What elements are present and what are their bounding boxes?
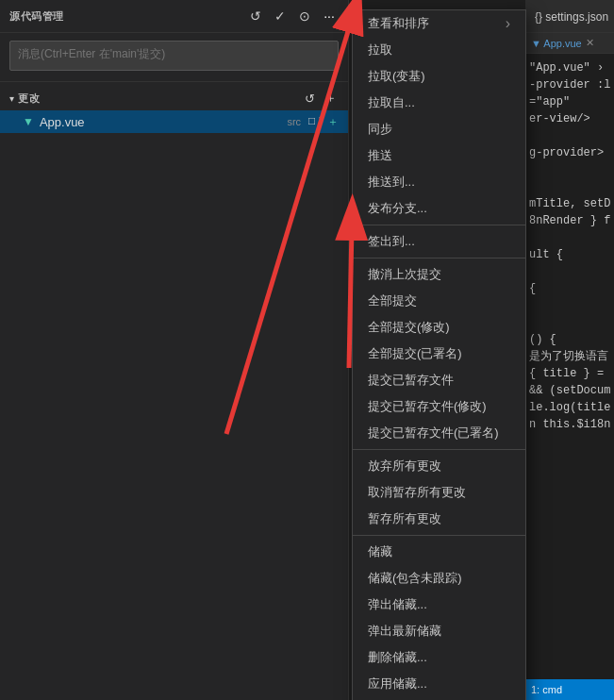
editor-tabs: {} settings.json <box>525 0 614 33</box>
menu-item-push[interactable]: 推送 <box>353 142 525 169</box>
code-line-10 <box>529 229 610 246</box>
code-line-9: 8nRender } fr <box>529 212 610 229</box>
panel-title: 源代码管理 <box>9 9 246 24</box>
menu-item-publish-branch[interactable]: 发布分支... <box>353 195 525 222</box>
discard-all-button[interactable]: ↺ <box>301 90 318 107</box>
context-menu: 查看和排序拉取拉取(变基)拉取自...同步推送推送到...发布分支...签出到.… <box>352 9 526 700</box>
changes-label: 更改 <box>18 92 301 106</box>
menu-item-pop-stash[interactable]: 弹出储藏... <box>353 592 525 618</box>
commit-message-input[interactable] <box>9 41 339 71</box>
status-bar: 1: cmd <box>525 679 614 700</box>
code-line-18: { title } = <box>529 365 610 382</box>
code-line-6 <box>529 161 610 178</box>
tab-settings-json-label: {} settings.json <box>535 10 608 24</box>
menu-item-pull[interactable]: 拉取 <box>353 37 525 63</box>
menu-item-commit-staged-amend[interactable]: 提交已暂存文件(修改) <box>353 393 525 420</box>
menu-item-pull-from[interactable]: 拉取自... <box>353 90 525 116</box>
code-line-7 <box>529 178 610 195</box>
commit-icon[interactable]: ✓ <box>271 7 290 25</box>
menu-separator-publish-branch <box>353 225 525 225</box>
menu-item-apply-stash[interactable]: 应用储藏... <box>353 671 525 697</box>
code-line-1: -provider :lo <box>529 76 610 93</box>
refresh-icon[interactable]: ↺ <box>246 7 265 25</box>
commit-area <box>0 33 348 82</box>
menu-item-push-to[interactable]: 推送到... <box>353 169 525 195</box>
menu-item-undo-last-commit[interactable]: 撤消上次提交 <box>353 261 525 288</box>
code-line-4 <box>529 127 610 144</box>
code-line-15 <box>529 314 610 331</box>
code-line-0: "App.vue" › <box>529 59 610 76</box>
code-line-20: le.log(title) <box>529 399 610 416</box>
changes-section: ▾ 更改 ↺ ＋ ▼ App.vue src □ * ＋ <box>0 82 348 137</box>
code-line-16: () { <box>529 331 610 348</box>
header-icons: ↺ ✓ ⊙ ··· <box>246 7 339 25</box>
code-line-13: { <box>529 280 610 297</box>
menu-item-checkout-to[interactable]: 签出到... <box>353 228 525 255</box>
section-actions: ↺ ＋ <box>301 90 339 107</box>
menu-item-drop-stash[interactable]: 删除储藏... <box>353 644 525 671</box>
file-stage-icon[interactable]: □ <box>308 114 315 130</box>
vue-file-icon: ▼ <box>23 115 34 128</box>
stage-all-button[interactable]: ＋ <box>322 90 339 107</box>
code-line-11: ult { <box>529 246 610 263</box>
menu-item-stash[interactable]: 储藏 <box>353 539 525 565</box>
menu-separator-stage-all <box>353 535 525 536</box>
chevron-icon: ▾ <box>9 93 14 104</box>
source-control-panel: 源代码管理 ↺ ✓ ⊙ ··· ▾ 更改 ↺ ＋ <box>0 0 349 700</box>
code-line-12 <box>529 263 610 280</box>
menu-item-commit-staged-signed[interactable]: 提交已暂存文件(已署名) <box>353 420 525 446</box>
tab-settings-json[interactable]: {} settings.json <box>525 0 614 33</box>
file-name: App.vue <box>40 115 284 129</box>
menu-item-discard-all[interactable]: 放弃所有更改 <box>353 453 525 479</box>
code-line-17: 是为了切换语言 <box>529 348 610 365</box>
file-discard-icon[interactable]: * <box>319 114 324 130</box>
file-item[interactable]: ▼ App.vue src □ * ＋ <box>0 110 348 133</box>
history-icon[interactable]: ⊙ <box>295 7 314 25</box>
menu-item-view-sort[interactable]: 查看和排序 <box>353 10 525 37</box>
code-line-5: g-provider> <box>529 144 610 161</box>
status-text: 1: cmd <box>531 684 562 695</box>
menu-item-sync[interactable]: 同步 <box>353 116 525 142</box>
menu-item-commit-all[interactable]: 全部提交 <box>353 288 525 314</box>
menu-separator-commit-staged-signed <box>353 449 525 450</box>
code-area: "App.vue" ›-provider :lo="app"er-view/> … <box>525 54 614 439</box>
code-line-21: n this.$i18n. <box>529 416 610 433</box>
code-line-14 <box>529 297 610 314</box>
changes-section-header[interactable]: ▾ 更改 ↺ ＋ <box>0 86 348 110</box>
close-tab-icon[interactable]: ✕ <box>586 37 594 49</box>
menu-item-commit-staged[interactable]: 提交已暂存文件 <box>353 367 525 393</box>
code-line-2: ="app" <box>529 93 610 110</box>
code-line-3: er-view/> <box>529 110 610 127</box>
file-plus-icon[interactable]: ＋ <box>327 114 339 130</box>
code-line-19: && (setDocum <box>529 382 610 399</box>
file-actions: □ * ＋ <box>308 114 339 130</box>
menu-item-unstage-all[interactable]: 取消暂存所有更改 <box>353 479 525 506</box>
menu-item-stash-include-untracked[interactable]: 储藏(包含未跟踪) <box>353 565 525 592</box>
code-line-8: mTitle, setDo <box>529 195 610 212</box>
file-path: src <box>287 116 301 127</box>
menu-item-stage-all[interactable]: 暂存所有更改 <box>353 506 525 532</box>
app-vue-tab[interactable]: ▼ App.vue <box>531 38 582 49</box>
panel-header: 源代码管理 ↺ ✓ ⊙ ··· <box>0 0 348 33</box>
menu-item-commit-all-amend[interactable]: 全部提交(修改) <box>353 314 525 341</box>
more-icon[interactable]: ··· <box>320 7 339 25</box>
menu-item-commit-all-signed[interactable]: 全部提交(已署名) <box>353 341 525 367</box>
editor-panel: {} settings.json ▼ App.vue ✕ "App.vue" ›… <box>525 0 614 700</box>
menu-item-pop-latest-stash[interactable]: 弹出最新储藏 <box>353 618 525 644</box>
menu-separator-checkout-to <box>353 258 525 258</box>
menu-item-pull-var[interactable]: 拉取(变基) <box>353 63 525 90</box>
